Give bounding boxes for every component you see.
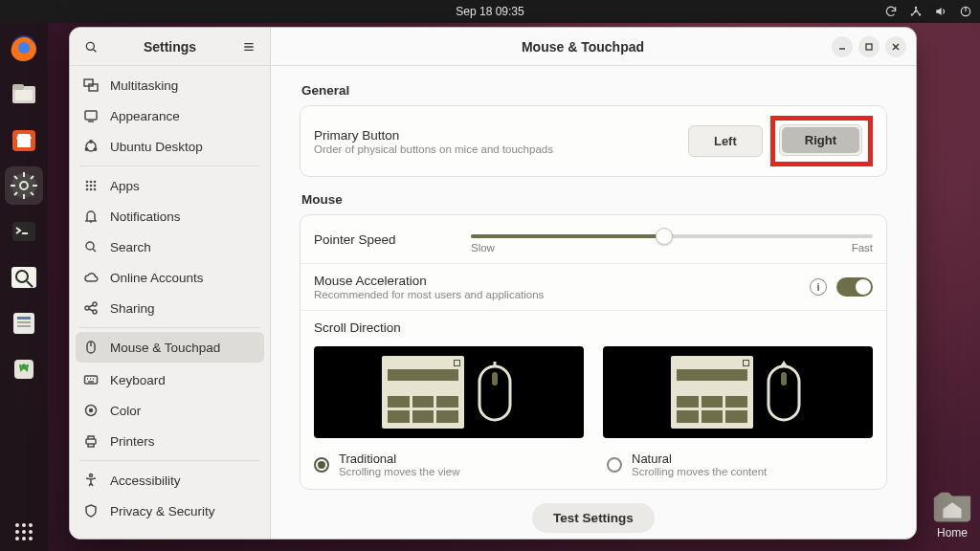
network-icon[interactable] <box>909 5 923 18</box>
sidebar-list: Multitasking Appearance Ubuntu Desktop A… <box>70 66 270 539</box>
share-icon <box>83 300 99 316</box>
svg-point-34 <box>90 141 92 143</box>
slider-fast-label: Fast <box>852 242 873 253</box>
svg-point-35 <box>85 148 87 150</box>
bell-icon <box>83 209 99 224</box>
volume-icon[interactable] <box>934 5 947 18</box>
scroll-direction-label: Scroll Direction <box>314 320 873 335</box>
svg-point-23 <box>15 530 19 534</box>
svg-point-43 <box>86 188 89 191</box>
primary-button-left[interactable]: Left <box>691 128 760 154</box>
svg-point-47 <box>85 306 89 310</box>
sidebar-item-label: Color <box>110 404 141 418</box>
radio-label: Natural <box>632 452 767 466</box>
primary-button-right[interactable]: Right <box>782 127 859 153</box>
desktop-wallpaper: Sep 18 09:35 <box>0 0 980 551</box>
clock[interactable]: Sep 18 09:35 <box>456 5 523 18</box>
svg-point-42 <box>94 185 97 187</box>
sidebar-item-keyboard[interactable]: Keyboard <box>70 364 270 395</box>
sidebar-item-mouse-touchpad[interactable]: Mouse & Touchpad <box>76 332 264 363</box>
svg-point-28 <box>29 537 33 540</box>
svg-rect-8 <box>15 90 33 100</box>
sidebar-item-search[interactable]: Search <box>70 231 270 262</box>
scroll-option-traditional[interactable] <box>314 346 584 438</box>
window-close-button[interactable] <box>885 36 906 57</box>
refresh-icon[interactable] <box>884 5 898 18</box>
sidebar-item-printers[interactable]: Printers <box>70 426 270 456</box>
sidebar-header: Settings <box>70 28 270 66</box>
section-mouse-title: Mouse <box>301 192 887 207</box>
apps-icon <box>83 178 99 193</box>
sidebar-item-online-accounts[interactable]: Online Accounts <box>70 262 270 293</box>
svg-point-49 <box>93 310 97 314</box>
sidebar-item-ubuntu-desktop[interactable]: Ubuntu Desktop <box>70 131 270 162</box>
sidebar-item-accessibility[interactable]: Accessibility <box>70 465 270 496</box>
mouse-card: Pointer Speed Slow Fast <box>300 214 887 490</box>
sidebar-item-color[interactable]: Color <box>70 395 270 426</box>
cloud-icon <box>83 270 99 285</box>
dock-notes-icon[interactable] <box>5 304 43 342</box>
dock-settings-icon[interactable] <box>5 166 43 205</box>
sidebar-item-sharing[interactable]: Sharing <box>70 293 270 323</box>
sidebar-search-button[interactable] <box>76 32 106 62</box>
mouse-accel-row: Mouse Acceleration Recommended for most … <box>301 263 886 310</box>
svg-point-39 <box>94 181 97 184</box>
svg-rect-58 <box>492 372 498 386</box>
svg-point-1 <box>911 13 913 15</box>
sidebar-item-appearance[interactable]: Appearance <box>70 100 270 131</box>
pointer-speed-label: Pointer Speed <box>314 232 457 247</box>
window-maximize-button[interactable] <box>858 36 880 57</box>
svg-rect-56 <box>866 44 872 50</box>
sidebar-item-notifications[interactable]: Notifications <box>70 201 270 231</box>
sidebar-item-multitasking[interactable]: Multitasking <box>70 70 270 100</box>
settings-sidebar: Settings Multitasking Appearance Ubuntu … <box>70 28 271 539</box>
scroll-radio-traditional[interactable]: Traditional Scrolling moves the view <box>301 444 593 489</box>
sidebar-menu-button[interactable] <box>234 32 264 62</box>
ubuntu-icon <box>83 139 99 154</box>
window-minimize-button[interactable] <box>832 36 853 57</box>
top-bar: Sep 18 09:35 <box>0 0 980 23</box>
sidebar-item-privacy-security[interactable]: Privacy & Security <box>70 496 270 526</box>
svg-point-48 <box>93 302 97 306</box>
color-icon <box>83 403 99 418</box>
sidebar-item-label: Keyboard <box>110 373 166 387</box>
settings-panel: General Primary Button Order of physical… <box>271 66 916 539</box>
svg-rect-18 <box>17 325 31 327</box>
dock-trash-icon[interactable] <box>5 350 43 388</box>
system-tray[interactable] <box>884 0 972 23</box>
scroll-radio-natural[interactable]: Natural Scrolling moves the content <box>593 444 886 489</box>
appearance-icon <box>83 108 99 123</box>
dock-terminal-icon[interactable] <box>5 212 43 251</box>
svg-point-53 <box>90 409 93 412</box>
radio-sub: Scrolling moves the content <box>632 466 767 477</box>
scroll-option-natural[interactable] <box>603 346 873 438</box>
dock-files-icon[interactable] <box>5 75 43 113</box>
scroll-traditional-preview <box>314 346 584 438</box>
dock-magnifier-icon[interactable] <box>5 258 43 297</box>
sidebar-item-label: Appearance <box>110 109 180 123</box>
settings-content: Mouse & Touchpad General Primary Button … <box>271 28 916 539</box>
shield-icon <box>83 503 99 518</box>
dock-show-apps-icon[interactable] <box>5 513 43 551</box>
content-header: Mouse & Touchpad <box>271 28 916 66</box>
settings-window: Settings Multitasking Appearance Ubuntu … <box>69 27 917 540</box>
highlight-annotation: Right <box>770 116 873 166</box>
power-icon[interactable] <box>959 5 972 18</box>
mouse-accel-switch[interactable] <box>836 277 873 297</box>
sidebar-item-label: Online Accounts <box>110 271 204 285</box>
svg-point-24 <box>22 530 26 534</box>
svg-point-5 <box>18 42 30 54</box>
sidebar-item-apps[interactable]: Apps <box>70 170 270 201</box>
search-icon <box>83 239 99 254</box>
test-settings-button[interactable]: Test Settings <box>532 503 655 533</box>
dock-software-icon[interactable] <box>5 121 43 159</box>
desktop-home-folder[interactable]: Home <box>930 486 974 540</box>
dock <box>0 23 48 551</box>
page-title: Mouse & Touchpad <box>334 39 832 55</box>
dock-firefox-icon[interactable] <box>5 29 43 67</box>
svg-point-45 <box>94 188 97 191</box>
pointer-speed-slider[interactable]: Slow Fast <box>471 225 873 253</box>
info-icon[interactable]: i <box>810 278 827 296</box>
svg-rect-17 <box>17 321 31 323</box>
accessibility-icon <box>83 473 99 488</box>
